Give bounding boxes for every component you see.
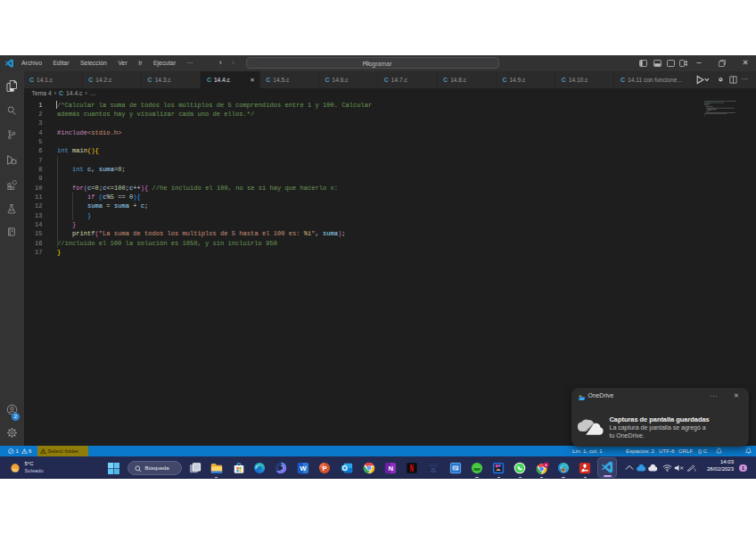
svg-text:W: W bbox=[300, 464, 307, 472]
svg-text:N: N bbox=[388, 464, 393, 472]
svg-text:P: P bbox=[322, 464, 326, 472]
